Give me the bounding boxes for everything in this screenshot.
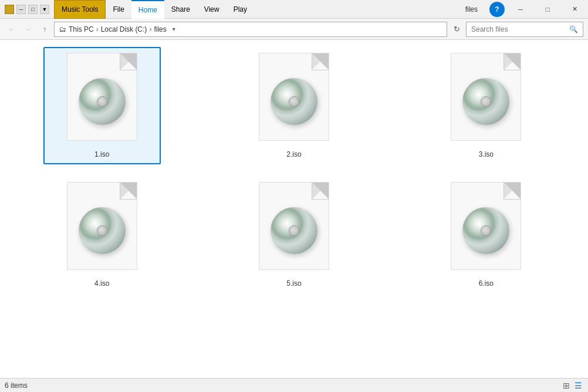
address-bar: ← → ↑ 🗂 This PC › Local Disk (C:) › file…	[0, 19, 588, 40]
up-button[interactable]: ↑	[38, 22, 52, 36]
search-icon: 🔍	[569, 25, 578, 33]
file-item[interactable]: 5.iso	[235, 176, 353, 293]
tab-file[interactable]: File	[106, 0, 131, 19]
quick-access-dropdown[interactable]: ▼	[40, 5, 49, 14]
file-page	[67, 182, 137, 270]
file-item[interactable]: 2.iso	[235, 47, 353, 164]
refresh-button[interactable]: ↻	[450, 22, 464, 36]
item-count: 6 items	[5, 381, 28, 390]
path-this-pc[interactable]: This PC	[69, 25, 94, 33]
file-icon	[256, 53, 332, 147]
help-button[interactable]: ?	[489, 2, 505, 17]
app-icon	[5, 5, 14, 14]
file-icon	[64, 182, 140, 276]
tab-share[interactable]: Share	[164, 0, 197, 19]
disc	[462, 78, 509, 125]
file-icon	[256, 182, 332, 276]
file-item[interactable]: 6.iso	[427, 176, 545, 293]
thumbnail-view-btn[interactable]: ⊞	[562, 380, 571, 391]
path-local-disk[interactable]: Local Disk (C:)	[101, 25, 147, 33]
file-page	[259, 53, 329, 141]
file-icon	[448, 53, 524, 147]
title-bar: ─ □ ▼ Music Tools File Home Share View P…	[0, 0, 588, 19]
file-page	[451, 53, 521, 141]
close-button[interactable]: ✕	[561, 0, 588, 19]
file-name: 1.iso	[94, 150, 109, 158]
file-name: 3.iso	[479, 150, 494, 158]
list-view-btn[interactable]: ☰	[573, 380, 583, 391]
back-button[interactable]: ←	[5, 22, 19, 36]
disc	[79, 78, 126, 125]
quick-access-btn[interactable]: ─	[16, 5, 26, 14]
file-page	[259, 182, 329, 270]
title-bar-left: ─ □ ▼	[0, 5, 54, 14]
disc	[271, 207, 317, 254]
window-title: files	[454, 5, 489, 13]
file-name: 4.iso	[94, 279, 109, 288]
window-controls: ? ─ □ ✕	[489, 0, 588, 19]
search-input[interactable]	[471, 25, 567, 33]
forward-button[interactable]: →	[21, 22, 35, 36]
file-item[interactable]: 3.iso	[427, 47, 545, 164]
file-grid: 1.iso 2.iso 3.iso	[0, 40, 588, 378]
file-item[interactable]: 1.iso	[43, 47, 161, 164]
tab-view[interactable]: View	[197, 0, 227, 19]
disc-graphic	[79, 78, 126, 125]
disc	[79, 207, 126, 254]
path-files[interactable]: files	[154, 25, 166, 33]
file-name: 6.iso	[479, 279, 494, 288]
disc-graphic	[462, 78, 509, 125]
view-controls: ⊞ ☰	[562, 380, 583, 391]
minimize-button[interactable]: ─	[507, 0, 534, 19]
status-bar: 6 items ⊞ ☰	[0, 378, 588, 392]
file-name: 5.iso	[286, 279, 301, 288]
search-box[interactable]: 🔍	[466, 22, 583, 37]
file-page	[67, 53, 137, 141]
disc-graphic	[271, 78, 317, 125]
disc-graphic	[462, 207, 509, 254]
path-sep-1: ›	[96, 25, 99, 33]
file-page	[451, 182, 521, 270]
path-sep-2: ›	[149, 25, 151, 33]
tab-home[interactable]: Home	[131, 0, 164, 19]
address-path[interactable]: 🗂 This PC › Local Disk (C:) › files ▼	[54, 22, 447, 37]
file-icon	[448, 182, 524, 276]
disc-graphic	[79, 207, 126, 254]
tab-music-tools[interactable]: Music Tools	[54, 0, 106, 19]
path-home-icon: 🗂	[59, 25, 66, 33]
maximize-button[interactable]: □	[534, 0, 561, 19]
quick-access-btn2[interactable]: □	[28, 5, 38, 14]
file-name: 2.iso	[286, 150, 301, 158]
disc	[462, 207, 509, 254]
tab-play[interactable]: Play	[227, 0, 254, 19]
file-icon	[64, 53, 140, 147]
disc	[271, 78, 317, 125]
path-dropdown[interactable]: ▼	[171, 26, 177, 32]
disc-graphic	[271, 207, 317, 254]
file-item[interactable]: 4.iso	[43, 176, 161, 293]
